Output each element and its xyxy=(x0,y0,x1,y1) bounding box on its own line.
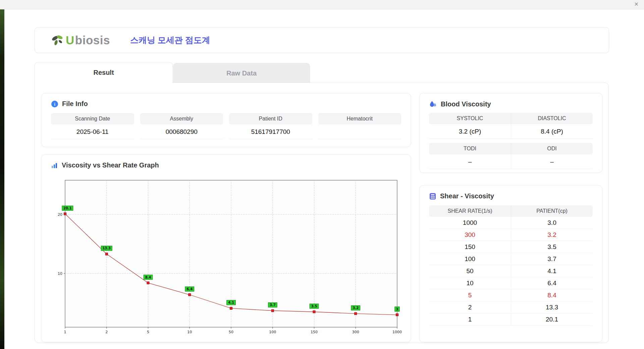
shear-table-row: 58.4 xyxy=(429,289,593,301)
shear-rate-cell: 2 xyxy=(429,301,511,313)
chart-x-tick-label: 1 xyxy=(64,330,66,334)
blood-viscosity-groups: SYSTOLICDIASTOLIC3.2 (cP)8.4 (cP)TODIODI… xyxy=(420,108,602,169)
bv-metric-value: 3.2 (cP) xyxy=(429,124,511,139)
chart-point xyxy=(313,311,315,313)
shear-table-row: 1503.5 xyxy=(429,241,593,253)
shear-viscosity-title-row: Shear - Viscosity xyxy=(420,186,602,200)
tab-result[interactable]: Result xyxy=(35,62,173,83)
file-info-field-value xyxy=(318,124,401,139)
shear-table-row: 3003.2 xyxy=(429,229,593,241)
patient-cp-cell: 3.0 xyxy=(511,217,593,229)
file-info-field-label: Assembly xyxy=(140,113,223,124)
shear-rate-cell: 150 xyxy=(429,241,511,253)
file-info-field-label: Patient ID xyxy=(229,113,312,124)
file-info-field-label: Scanning Date xyxy=(51,113,134,124)
graph-title: Viscosity vs Shear Rate Graph xyxy=(62,161,159,169)
chart-point xyxy=(396,314,398,316)
bv-metric-label: ODI xyxy=(511,143,593,154)
shear-table-head: SHEAR RATE(1/s)PATIENT(cp) xyxy=(429,205,593,217)
file-info-field: Patient ID51617917700 xyxy=(229,113,312,139)
patient-cp-cell: 6.4 xyxy=(511,277,593,289)
close-icon[interactable]: ✕ xyxy=(634,1,639,7)
shear-rate-cell: 300 xyxy=(429,229,511,241)
chart-x-tick-label: 150 xyxy=(311,330,318,334)
shear-table-row: 1003.7 xyxy=(429,253,593,265)
chart-point xyxy=(271,309,274,312)
file-info-field: Hematocrit xyxy=(318,113,401,139)
chart-point-label: 13.3 xyxy=(102,246,111,250)
graph-panel: Viscosity vs Shear Rate Graph 1251050100… xyxy=(41,154,411,342)
shear-viscosity-panel: Shear - Viscosity SHEAR RATE(1/s)PATIENT… xyxy=(419,185,602,342)
bv-metric-value: – xyxy=(429,154,511,169)
shear-table-header-cell: SHEAR RATE(1/s) xyxy=(429,205,511,217)
chart-point-label: 6.4 xyxy=(186,287,193,291)
chart-point-label: 3.7 xyxy=(270,303,276,307)
chart-point-label: 3.2 xyxy=(353,306,359,310)
bv-metric-label: SYSTOLIC xyxy=(429,113,511,124)
chart-x-tick-label: 100 xyxy=(269,330,276,334)
chart-x-tick-label: 10 xyxy=(187,330,192,334)
shear-rate-cell: 1 xyxy=(429,313,511,325)
chart-point xyxy=(105,253,108,255)
chart-x-tick-label: 50 xyxy=(229,330,233,334)
leaf-logo-icon xyxy=(50,34,65,47)
patient-cp-cell: 3.5 xyxy=(511,241,593,253)
file-info-fields: Scanning Date2025-06-11Assembly000680290… xyxy=(42,108,411,139)
chart-point xyxy=(189,294,191,296)
shear-rate-cell: 5 xyxy=(429,289,511,301)
file-info-field: Scanning Date2025-06-11 xyxy=(51,113,134,139)
header-card: U biosis 스캐닝 모세관 점도계 xyxy=(35,27,609,53)
patient-cp-cell: 20.1 xyxy=(511,313,593,325)
bv-metric-label: TODI xyxy=(429,143,511,154)
patient-cp-cell: 3.2 xyxy=(511,229,593,241)
shear-table-row: 120.1 xyxy=(429,313,593,326)
patient-cp-cell: 4.1 xyxy=(511,265,593,277)
page-title: 스캐닝 모세관 점도계 xyxy=(130,35,210,46)
desktop-edge-strip xyxy=(0,9,4,349)
main-card: i File Info Scanning Date2025-06-11Assem… xyxy=(35,83,609,343)
chart-y-tick-label: 10 xyxy=(58,271,62,276)
patient-cp-cell: 3.7 xyxy=(511,253,593,265)
svg-text:i: i xyxy=(54,102,55,107)
blood-viscosity-group: TODIODI–– xyxy=(429,143,593,169)
chart-x-tick-label: 300 xyxy=(352,330,359,334)
chart-point-label: 3.5 xyxy=(311,304,317,308)
chart-point xyxy=(64,213,66,215)
file-info-field-value: 51617917700 xyxy=(229,124,312,139)
file-info-field-value: 2025-06-11 xyxy=(51,124,134,139)
bv-metric-value: – xyxy=(511,154,593,169)
shear-table-header-cell: PATIENT(cp) xyxy=(511,205,593,217)
tab-raw-data[interactable]: Raw Data xyxy=(173,63,310,83)
chart-point xyxy=(230,307,232,309)
shear-viscosity-title: Shear - Viscosity xyxy=(440,192,494,200)
window-titlebar: ✕ xyxy=(0,0,644,9)
shear-rate-cell: 50 xyxy=(429,265,511,277)
ubiosis-logo: U biosis xyxy=(50,34,110,47)
bv-metric-value: 8.4 (cP) xyxy=(511,124,593,139)
chart-point-label: 8.4 xyxy=(145,276,151,279)
blood-viscosity-panel: Blood Viscosity SYSTOLICDIASTOLIC3.2 (cP… xyxy=(419,93,602,173)
file-info-title-row: i File Info xyxy=(42,93,411,108)
chart-point-label: 20.1 xyxy=(63,206,72,210)
shear-table-row: 106.4 xyxy=(429,277,593,289)
droplet-icon xyxy=(429,100,437,108)
bar-chart-icon xyxy=(51,162,58,169)
file-info-field-label: Hematocrit xyxy=(318,113,401,124)
blood-viscosity-title-row: Blood Viscosity xyxy=(420,93,602,108)
shear-table: SHEAR RATE(1/s)PATIENT(cp) 10003.03003.2… xyxy=(429,205,593,326)
shear-table-row: 504.1 xyxy=(429,265,593,277)
file-info-panel: i File Info Scanning Date2025-06-11Assem… xyxy=(41,93,411,147)
bv-metric-label: DIASTOLIC xyxy=(511,113,593,124)
brand-first-letter: U xyxy=(66,34,74,47)
graph-title-row: Viscosity vs Shear Rate Graph xyxy=(42,155,411,169)
shear-table-row: 10003.0 xyxy=(429,217,593,229)
file-info-title: File Info xyxy=(62,100,88,108)
chart-point-label: 4.1 xyxy=(228,301,234,304)
chart-x-tick-label: 5 xyxy=(147,330,149,334)
shear-table-row: 213.3 xyxy=(429,301,593,313)
chart-point xyxy=(147,282,149,284)
chart-x-tick-label: 2 xyxy=(105,330,108,334)
blood-viscosity-group: SYSTOLICDIASTOLIC3.2 (cP)8.4 (cP) xyxy=(429,113,593,139)
chart-point xyxy=(355,312,357,315)
patient-cp-cell: 8.4 xyxy=(511,289,593,301)
